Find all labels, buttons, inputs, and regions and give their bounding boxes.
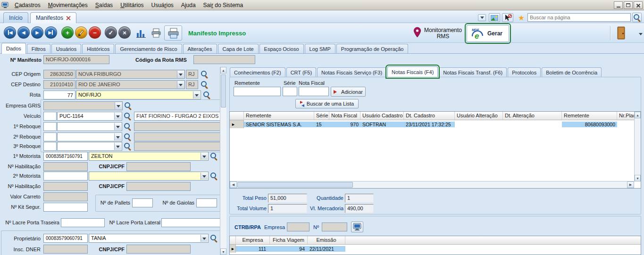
motorista2-lookup-icon[interactable] — [210, 172, 218, 180]
reboque3-combo[interactable] — [57, 142, 122, 151]
tab-inicio[interactable]: Início — [3, 12, 28, 23]
scroll-down-button[interactable]: ▼ — [220, 248, 226, 255]
adicionar-button[interactable]: Adicionar — [331, 87, 366, 97]
ctrb-view-button[interactable] — [351, 222, 363, 232]
image-tool-button[interactable] — [489, 13, 500, 22]
rota-code-input[interactable] — [43, 90, 75, 99]
scrollbar-thumb[interactable] — [237, 182, 353, 188]
menu-item-movimentacoes[interactable]: Movimentações — [44, 0, 92, 10]
scroll-down-button[interactable]: ▼ — [635, 175, 641, 181]
tab-filtros[interactable]: Filtros — [27, 44, 50, 53]
last-record-button[interactable]: ▶ — [45, 26, 57, 39]
find-button[interactable] — [632, 13, 642, 22]
grid-column-header[interactable]: Dt. Cadastro — [404, 112, 455, 120]
tab-log-smp[interactable]: Log SMP — [305, 44, 335, 53]
tab-capa-de-lote[interactable]: Capa de Lote — [218, 44, 259, 53]
remetente-input[interactable] — [234, 87, 281, 96]
tab-crt[interactable]: CRT (F5) — [286, 67, 316, 77]
mdfe-gerar-button[interactable]: MDFe Gerar — [467, 25, 509, 42]
rota-lookup-icon[interactable] — [203, 91, 211, 99]
tab-conhecimentos[interactable]: Conhecimentos (F2) — [230, 67, 285, 77]
grid-vertical-scrollbar[interactable]: ▲ ▼ — [634, 112, 641, 181]
menu-item-ajuda[interactable]: Ajuda — [177, 0, 200, 10]
tab-gerenciamento-de-risco[interactable]: Gerenciamento de Risco — [115, 44, 182, 53]
tab-protocolos[interactable]: Protocolos — [508, 67, 541, 77]
minimize-button[interactable] — [614, 1, 623, 9]
reboque3-code-input[interactable] — [43, 142, 57, 151]
grid-horizontal-scrollbar[interactable]: ◀ ▶ — [230, 181, 634, 188]
edit-record-button[interactable] — [75, 26, 87, 39]
close-button[interactable] — [634, 1, 643, 9]
menu-item-sair-do-sistema[interactable]: Sair do Sistema — [200, 0, 247, 10]
tab-notas-fiscais[interactable]: Notas Fiscais (F4) — [387, 66, 438, 77]
reboque2-code-input[interactable] — [43, 132, 57, 141]
motorista1-combo[interactable]: ZEILTON — [89, 152, 209, 161]
scrollbar-thumb[interactable] — [221, 74, 226, 107]
nota-fiscal-input[interactable] — [299, 87, 329, 96]
grid-column-header[interactable]: Ficha Viagem — [270, 236, 308, 244]
restore-button[interactable] — [624, 1, 633, 9]
left-panel-scrollbar[interactable]: ▲ ▼ — [220, 67, 226, 255]
reboque3-lookup-icon[interactable] — [124, 142, 132, 150]
rota-combo[interactable]: NOF/RJO — [76, 90, 201, 99]
cep-destino-city-combo[interactable]: RIO DE JANEIRO — [76, 80, 185, 89]
buscar-lista-button[interactable]: Buscar de uma Lista — [295, 99, 359, 108]
menu-item-utilitarios[interactable]: Utilitários — [117, 0, 147, 10]
proprietario-combo[interactable]: TANIA — [89, 234, 209, 243]
tab-manifestos[interactable]: Manifestos — [30, 12, 76, 23]
tab-close-icon[interactable] — [66, 16, 71, 20]
grid-column-header[interactable]: Usuário Cadastro — [360, 112, 404, 120]
veiculo-combo[interactable]: PUC-1164 — [57, 112, 122, 121]
statistics-button[interactable] — [134, 25, 148, 41]
cep-origem-lookup-icon[interactable] — [201, 70, 209, 78]
confirm-button[interactable]: ✓ — [105, 26, 117, 39]
motorista2-combo[interactable] — [89, 172, 209, 181]
tab-dados[interactable]: Dados — [1, 43, 26, 54]
grid-column-header[interactable]: Nr.Placa — [617, 112, 635, 120]
grid-column-header[interactable]: Remetente — [562, 112, 617, 120]
add-record-button[interactable]: + — [61, 26, 74, 39]
reboque1-combo[interactable] — [57, 122, 122, 131]
serie-input[interactable] — [283, 87, 297, 96]
no-click-tool-button[interactable] — [502, 13, 513, 22]
toolbar-overflow-button[interactable] — [638, 31, 643, 37]
reboque1-code-input[interactable] — [43, 122, 57, 131]
lacre-traseira-input[interactable] — [61, 218, 105, 227]
grid-row-selected[interactable]: ► 111 94 22/11/2021 — [230, 245, 641, 253]
pallets-input[interactable] — [132, 198, 153, 207]
delete-record-button[interactable]: − — [89, 26, 101, 39]
menu-item-usuarios[interactable]: Usuários — [147, 0, 177, 10]
tab-list-dropdown-button[interactable] — [478, 14, 486, 21]
previous-record-button[interactable]: ◀ — [17, 26, 30, 39]
tab-notas-fiscais-servico[interactable]: Notas Fiscais Serviço (F3) — [317, 67, 386, 77]
tab-historicos[interactable]: Históricos — [82, 44, 114, 53]
menu-item-cadastros[interactable]: Cadastros — [11, 0, 44, 10]
scroll-up-button[interactable]: ▲ — [635, 112, 641, 118]
scroll-up-button[interactable]: ▲ — [220, 67, 226, 74]
grid-column-header[interactable]: Série — [314, 112, 329, 120]
grid-column-header[interactable]: Remetente — [244, 112, 314, 120]
tab-alteracoes[interactable]: Alterações — [183, 44, 217, 53]
menu-item-saidas[interactable]: Saídas — [92, 0, 117, 10]
motorista1-doc-input[interactable] — [43, 152, 88, 161]
favorite-star-button[interactable]: ★ — [516, 13, 527, 22]
cancel-button[interactable]: × — [118, 26, 131, 39]
veiculo-code-input[interactable] — [43, 112, 57, 121]
reboque1-lookup-icon[interactable] — [124, 123, 132, 131]
lacre-lateral-input[interactable] — [161, 218, 221, 227]
tab-usuarios[interactable]: Usuários — [51, 44, 81, 53]
grid-column-header[interactable]: Nota Fiscal — [329, 112, 360, 120]
grid-column-header[interactable]: Emissão — [308, 236, 345, 244]
veiculo-lookup-icon[interactable] — [124, 112, 132, 120]
proprietario-doc-input[interactable] — [43, 234, 88, 243]
grid-column-header[interactable]: Dt. Alteração — [503, 112, 562, 120]
gaiolas-input[interactable] — [196, 198, 217, 207]
exit-button[interactable] — [613, 25, 629, 41]
tab-espaco-ocioso[interactable]: Espaço Ocioso — [259, 44, 304, 53]
kit-segur-input[interactable] — [43, 203, 88, 212]
tab-notas-fiscais-transf[interactable]: Notas Fiscais Transf. (F6) — [439, 67, 507, 77]
cep-destino-lookup-icon[interactable] — [201, 81, 209, 89]
scroll-left-button[interactable]: ◀ — [230, 181, 237, 188]
next-record-button[interactable]: ▶ — [31, 26, 43, 39]
proprietario-lookup-icon[interactable] — [210, 234, 218, 242]
